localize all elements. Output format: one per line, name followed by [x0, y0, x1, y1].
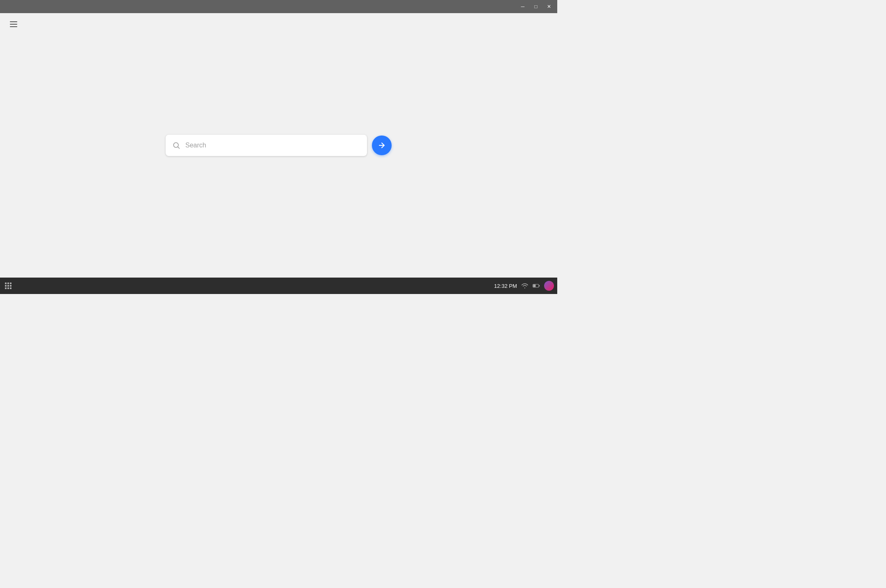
hamburger-line-1 [10, 21, 17, 22]
search-container [166, 135, 392, 156]
wifi-icon [521, 283, 528, 289]
svg-rect-5 [533, 285, 536, 287]
clock-display: 12:32 PM [494, 283, 517, 289]
grid-dot [5, 285, 7, 287]
hamburger-line-3 [10, 26, 17, 27]
user-avatar[interactable] [544, 281, 554, 291]
search-icon-wrapper [172, 141, 180, 149]
title-bar: ─ □ ✕ [0, 0, 557, 13]
close-icon: ✕ [547, 4, 551, 9]
maximize-icon: □ [534, 4, 537, 9]
window-controls: ─ □ ✕ [516, 1, 556, 12]
grid-dot [10, 285, 12, 287]
grid-dot [10, 287, 12, 289]
hamburger-menu-button[interactable] [8, 20, 19, 29]
search-area [0, 13, 557, 278]
minimize-icon: ─ [521, 4, 525, 9]
search-icon [172, 141, 180, 149]
minimize-button[interactable]: ─ [516, 1, 529, 12]
grid-dot [7, 283, 9, 284]
search-box [166, 135, 367, 156]
svg-point-0 [173, 142, 178, 147]
taskbar-right: 12:32 PM [494, 281, 554, 291]
svg-line-1 [178, 147, 180, 149]
menu-icon-area [8, 20, 19, 29]
svg-rect-4 [539, 285, 540, 287]
arrow-right-icon [378, 141, 386, 149]
taskbar: 12:32 PM [0, 278, 557, 294]
close-button[interactable]: ✕ [542, 1, 556, 12]
maximize-button[interactable]: □ [529, 1, 542, 12]
grid-dot [5, 287, 7, 289]
hamburger-line-2 [10, 24, 17, 25]
battery-icon [533, 283, 540, 288]
taskbar-left [3, 281, 13, 291]
grid-dot [7, 285, 9, 287]
search-submit-button[interactable] [372, 136, 392, 155]
battery-svg [533, 283, 540, 288]
main-content [0, 13, 557, 278]
search-input[interactable] [185, 142, 360, 149]
grid-dot [10, 283, 12, 284]
grid-dot [7, 287, 9, 289]
grid-dot [5, 283, 7, 284]
wifi-svg [521, 283, 528, 289]
apps-grid-button[interactable] [3, 281, 13, 291]
